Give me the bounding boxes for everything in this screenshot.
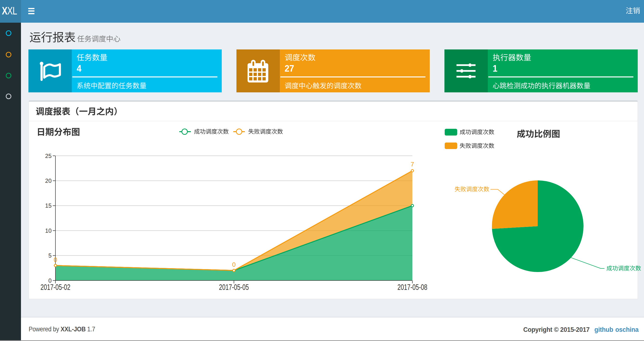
svg-text:2017-05-02: 2017-05-02 [40,283,70,291]
svg-text:7: 7 [411,161,414,168]
svg-text:10: 10 [45,227,52,234]
svg-text:0: 0 [54,256,57,263]
svg-text:0: 0 [232,261,236,268]
svg-text:2017-05-08: 2017-05-08 [398,283,427,291]
svg-text:2017-05-05: 2017-05-05 [219,283,249,291]
svg-text:5: 5 [48,252,52,259]
svg-text:20: 20 [45,177,52,184]
svg-text:15: 15 [45,202,52,209]
svg-text:25: 25 [45,153,52,159]
